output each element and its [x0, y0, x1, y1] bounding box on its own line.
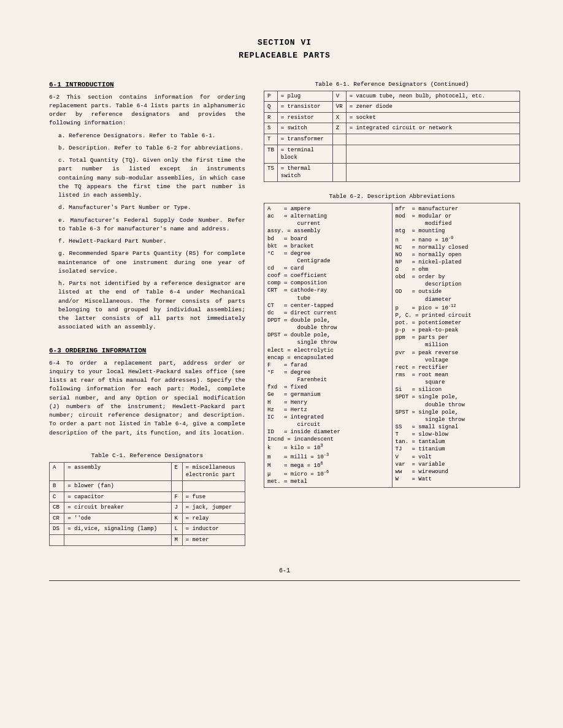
cell: J [171, 502, 182, 514]
desc-entry: ppm = parts per [396, 334, 517, 341]
table-row: M = meter [50, 535, 245, 546]
desc-entry: pot. = potentiometer [396, 319, 517, 327]
desc-entry: n = nano = 10-9 [396, 235, 517, 244]
intro-item-h: h. Parts not identified by a reference d… [49, 279, 245, 332]
intro-item-c: c. Total Quantity (TQ). Given only the f… [49, 156, 245, 200]
desc-entry: Incnd = incandescent [267, 436, 389, 443]
left-column: 6-1 INTRODUCTION 6-2 This section contai… [49, 81, 245, 555]
intro-heading: 6-1 INTRODUCTION [49, 81, 245, 88]
desc-entry: fxd = fixed [267, 384, 389, 391]
cell: = zener diode [346, 102, 519, 113]
cell: CR [50, 513, 64, 524]
cell: P [264, 91, 278, 102]
cell: F [171, 491, 182, 502]
table-row: DS = di,vice, signaling (lamp) L = induc… [50, 524, 245, 535]
cell: L [171, 524, 182, 535]
cell: M [171, 535, 182, 546]
ordering-heading: 6-3 ORDERING INFORMATION [49, 347, 245, 354]
cell: = capacitor [64, 491, 171, 502]
desc-entry: pvr = peak reverse [396, 349, 517, 357]
cell [332, 145, 346, 163]
cell: Z [332, 123, 346, 134]
desc-entry: ww = wirewound [396, 468, 517, 476]
desc-entry: m = milli = 10-3 [267, 452, 389, 461]
cell: C [50, 491, 64, 502]
table-6-1-continued: P = plug V = vacuum tube, neon bulb, pho… [264, 91, 520, 182]
table-c1-caption: Table C-1. Reference Designators [49, 452, 245, 459]
cell: V [332, 91, 346, 102]
cell: = di,vice, signaling (lamp) [64, 524, 171, 535]
cell [332, 163, 346, 181]
table-6-2: A = ampere ac = alternating current assy… [264, 203, 520, 488]
desc-entry: double throw [396, 401, 517, 409]
desc-entry: obd = order by [396, 273, 517, 281]
cell [346, 134, 519, 145]
cell: E [171, 462, 182, 480]
cell [64, 535, 171, 546]
intro-item-a: a. Reference Designators. Refer to Table… [49, 132, 245, 140]
desc-entry: °C = degree [267, 250, 389, 257]
desc-entry: TJ = titanium [396, 446, 517, 453]
cell: R [264, 112, 278, 123]
table-row: T = transformer [264, 134, 520, 145]
desc-entry: var = variable [396, 461, 517, 468]
desc-entry: M = mega = 106 [267, 461, 389, 469]
section-title-line2: REPLACEABLE PARTS [239, 51, 331, 60]
section-title: SECTION VI REPLACEABLE PARTS [49, 37, 520, 63]
desc-entry: μ = micro = 10-6 [267, 469, 389, 478]
desc-entry: million [396, 341, 517, 349]
cell: CB [50, 502, 64, 514]
cell: = inductor [182, 524, 245, 535]
desc-entry: SPDT = single pole, [396, 393, 517, 401]
desc-entry: Centigrade [267, 257, 389, 265]
desc-entry: current [267, 220, 389, 227]
desc-col-1: A = ampere ac = alternating current assy… [264, 203, 393, 488]
cell [346, 145, 519, 163]
desc-entry: Hz = Hertz [267, 406, 389, 414]
section-title-line1: SECTION VI [258, 38, 312, 47]
cell: = transistor [277, 102, 332, 113]
cell: = assembly [64, 462, 171, 480]
desc-entry: p = pico = 10-12 [396, 303, 517, 312]
cell: B [50, 481, 64, 492]
table-row: CR = ''ode K = relay [50, 513, 245, 524]
cell [346, 163, 519, 181]
desc-entry: double throw [267, 324, 389, 332]
desc-entry: DPST = double pole, [267, 332, 389, 339]
table-row: CB = circuit breaker J = jack, jumper [50, 502, 245, 514]
cell: T [264, 134, 278, 145]
intro-item-g: g. Recommended Spare Parts Quantity (RS)… [49, 249, 245, 276]
cell: = resistor [277, 112, 332, 123]
cell: = socket [346, 112, 519, 123]
cell: Q [264, 102, 278, 113]
cell: S [264, 123, 278, 134]
right-column: Table 6-1. Reference Designators (Contin… [264, 81, 520, 555]
cell [332, 134, 346, 145]
table-row: A = assembly E = miscellaneouselectronic… [50, 462, 245, 480]
intro-item-d: d. Manufacturer's Part Number or Type. [49, 203, 245, 212]
cell: DS [50, 524, 64, 535]
desc-entry: tube [267, 295, 389, 302]
desc-entry: single throw [267, 339, 389, 346]
desc-entry: bkt = bracket [267, 243, 389, 250]
desc-entry: P, C. = printed circuit [396, 312, 517, 319]
ordering-para: 6-4 To order a replacement part, address… [49, 359, 245, 438]
desc-entry: NO = normally open [396, 251, 517, 259]
desc-entry: ID = inside diameter [267, 428, 389, 436]
desc-entry: elect = electrolytic [267, 347, 389, 354]
cell: TB [264, 145, 278, 163]
desc-entry: mtg = mounting [396, 227, 517, 235]
table-row: C = capacitor F = fuse [50, 491, 245, 502]
desc-entry: NC = normally closed [396, 244, 517, 251]
desc-entry: coof = coefficient [267, 272, 389, 279]
desc-entry: met. = metal [267, 478, 389, 485]
desc-entry: diameter [396, 296, 517, 303]
desc-entry: k = kilo = 103 [267, 443, 389, 452]
desc-entry: voltage [396, 357, 517, 364]
cell: = switch [277, 123, 332, 134]
desc-entry: circuit [267, 421, 389, 428]
table-row: P = plug V = vacuum tube, neon bulb, pho… [264, 91, 520, 102]
cell: = terminal block [277, 145, 332, 163]
desc-entry: Ω = ohm [396, 266, 517, 273]
desc-entry: CRT = cathode-ray [267, 287, 389, 294]
